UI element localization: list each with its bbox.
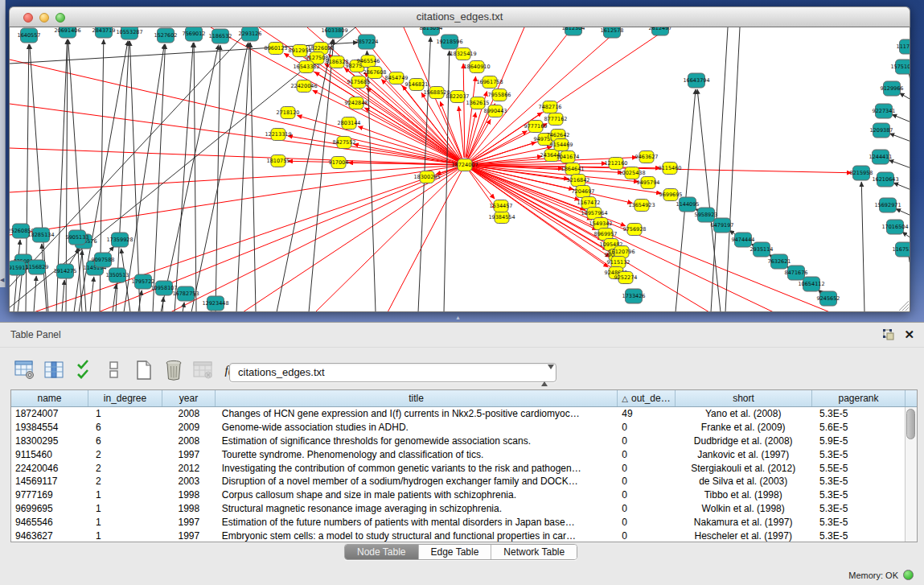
column-header-title[interactable]: title: [216, 390, 618, 406]
table-cell: Dudbridge et al. (2008): [675, 435, 811, 447]
close-window-button[interactable]: [23, 13, 33, 23]
network-canvas[interactable]: 1872400789601238912954182260589127508165…: [9, 27, 910, 312]
network-edge[interactable]: [211, 311, 211, 312]
network-edge[interactable]: [697, 89, 721, 312]
node-label: 1812304: [562, 27, 585, 31]
resize-grip-icon[interactable]: [899, 301, 909, 311]
table-row[interactable]: 1830029562008Estimation of significance …: [11, 435, 905, 448]
node-label: 12213319: [265, 131, 291, 138]
vertical-scrollbar[interactable]: [905, 407, 917, 542]
network-edge[interactable]: [129, 41, 140, 312]
network-edge[interactable]: [471, 167, 830, 312]
network-edge[interactable]: [69, 249, 79, 265]
network-edge[interactable]: [183, 303, 184, 312]
network-edge[interactable]: [892, 114, 910, 122]
network-edge[interactable]: [893, 183, 910, 190]
create-column-icon[interactable]: [133, 360, 154, 381]
network-edge[interactable]: [909, 257, 910, 261]
table-cell: 2: [88, 449, 162, 460]
table-cell: 1: [88, 489, 162, 501]
network-edge[interactable]: [124, 44, 164, 312]
network-edge[interactable]: [161, 45, 219, 312]
table-mode-icon[interactable]: [14, 360, 35, 381]
network-edge[interactable]: [388, 171, 462, 312]
float-window-icon[interactable]: [883, 329, 894, 340]
network-edge[interactable]: [34, 167, 458, 312]
network-edge[interactable]: [10, 148, 458, 165]
network-edge[interactable]: [902, 232, 910, 238]
zoom-window-button[interactable]: [55, 13, 65, 23]
node-label: 1244411: [869, 154, 893, 160]
minimize-window-button[interactable]: [39, 13, 49, 23]
table-row[interactable]: 946362711997Embryonic stem cells: a mode…: [11, 529, 905, 542]
network-edge[interactable]: [175, 43, 193, 312]
network-edge[interactable]: [909, 74, 910, 77]
network-edge[interactable]: [471, 168, 774, 312]
collapse-arrow-icon[interactable]: ◀: [0, 277, 4, 283]
node-label: 1186532: [209, 33, 232, 39]
table-cell: 5.3E-5: [811, 489, 905, 501]
split-pane-handle[interactable]: ▲: [455, 315, 463, 320]
table-cell: 5.3E-5: [811, 517, 905, 528]
table-cell: 5.3E-5: [811, 408, 905, 419]
node-label: 1212160: [605, 160, 628, 167]
close-panel-icon[interactable]: ✕: [904, 328, 914, 340]
network-view-window[interactable]: citations_edges.txt 18724007896012389129…: [9, 6, 910, 312]
table-row[interactable]: 977716911998Corpus callosum shape and si…: [11, 488, 905, 502]
network-edge[interactable]: [170, 168, 458, 312]
control-panel-divider[interactable]: ◀: [0, 0, 6, 287]
window-titlebar[interactable]: citations_edges.txt: [9, 6, 910, 27]
column-header-out_de[interactable]: △out_de…: [618, 390, 676, 406]
column-header-in_degree[interactable]: in_degree: [88, 390, 162, 406]
node-label: 18957964: [581, 210, 607, 216]
network-edge[interactable]: [162, 297, 163, 312]
table-cell: 1: [88, 408, 162, 419]
scrollbar-thumb[interactable]: [906, 409, 915, 439]
network-edge[interactable]: [900, 93, 910, 100]
show-columns-icon[interactable]: [44, 360, 65, 381]
node-label: 9146821: [405, 81, 429, 88]
table-cell: 1997: [162, 517, 216, 528]
node-label: 1612578: [601, 27, 624, 34]
table-row[interactable]: 1872400712008Changes of HCN gene express…: [11, 407, 905, 421]
tab-network-table[interactable]: Network Table: [491, 545, 577, 559]
network-edge[interactable]: [90, 277, 94, 312]
table-cell: Tourette syndrome. Phenomenology and cla…: [216, 449, 618, 460]
network-edge[interactable]: [463, 64, 465, 158]
node-label: 18226058: [307, 45, 334, 51]
network-edge[interactable]: [10, 27, 251, 286]
network-edge[interactable]: [725, 27, 740, 312]
delete-column-icon[interactable]: [163, 360, 184, 381]
table-row[interactable]: 946554611997Estimation of the future num…: [11, 515, 905, 529]
node-label: 8471676: [785, 270, 808, 276]
network-edge[interactable]: [861, 182, 864, 312]
node-label: 9154469: [550, 142, 573, 148]
table-selector-dropdown[interactable]: citations_edges.txt: [229, 363, 556, 382]
column-header-year[interactable]: year: [162, 390, 216, 406]
row-height-icon[interactable]: [104, 360, 125, 381]
select-rows-icon[interactable]: [74, 360, 95, 381]
table-row[interactable]: 969969511998Structural magnetic resonanc…: [11, 502, 905, 516]
tab-edge-table[interactable]: Edge Table: [419, 545, 492, 559]
network-edge[interactable]: [236, 43, 249, 312]
table-toolbar: f(x): [14, 356, 244, 384]
column-header-pagerank[interactable]: pagerank: [812, 390, 906, 406]
network-edge[interactable]: [896, 208, 910, 216]
table-row[interactable]: 1938455462009Genome-wide association stu…: [11, 421, 905, 435]
network-edge[interactable]: [194, 43, 196, 312]
table-cell: 19384554: [11, 422, 88, 433]
network-edge[interactable]: [153, 44, 165, 312]
network-edge[interactable]: [889, 160, 910, 168]
table-cell: 5.3E-5: [811, 449, 905, 460]
tab-node-table[interactable]: Node Table: [345, 545, 419, 559]
column-header-short[interactable]: short: [676, 390, 812, 406]
network-edge[interactable]: [62, 280, 64, 312]
column-header-name[interactable]: name: [11, 390, 88, 406]
table-row[interactable]: 2242004622012Investigating the contribut…: [11, 461, 905, 475]
network-edge[interactable]: [889, 134, 910, 142]
table-row[interactable]: 911546021997Tourette syndrome. Phenomeno…: [11, 447, 905, 461]
network-edge[interactable]: [34, 276, 36, 312]
network-edge[interactable]: [309, 39, 334, 312]
table-row[interactable]: 1456911722003Disruption of a novel membe…: [11, 475, 905, 488]
network-edge[interactable]: [243, 169, 458, 312]
